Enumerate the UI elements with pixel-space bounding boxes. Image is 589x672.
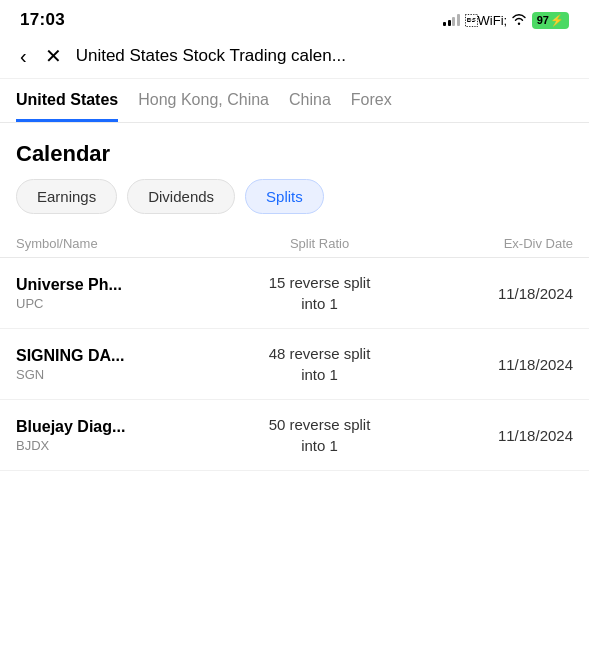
filter-dividends[interactable]: Dividends [127,179,235,214]
symbol-name: Bluejay Diag... [16,418,176,436]
tab-china[interactable]: China [289,91,331,122]
symbol-ticker: SGN [16,367,176,382]
col-header-ratio: Split Ratio [176,236,463,251]
table-header: Symbol/Name Split Ratio Ex-Div Date [0,230,589,258]
close-button[interactable]: ✕ [41,44,66,68]
status-icons: WiFi; 97 ⚡ [443,12,569,29]
back-button[interactable]: ‹ [16,44,31,68]
filter-splits[interactable]: Splits [245,179,324,214]
ratio-block: 48 reverse splitinto 1 [176,343,463,385]
ratio-block: 50 reverse splitinto 1 [176,414,463,456]
symbol-ticker: UPC [16,296,176,311]
symbol-block: Universe Ph... UPC [16,276,176,311]
table-row[interactable]: Bluejay Diag... BJDX 50 reverse splitint… [0,400,589,471]
table-body: Universe Ph... UPC 15 reverse splitinto … [0,258,589,471]
section-title: Calendar [0,123,589,179]
col-header-date: Ex-Div Date [463,236,573,251]
col-header-symbol: Symbol/Name [16,236,176,251]
symbol-ticker: BJDX [16,438,176,453]
filter-earnings[interactable]: Earnings [16,179,117,214]
symbol-block: Bluejay Diag... BJDX [16,418,176,453]
battery-bolt: ⚡ [550,14,564,27]
wifi-icon: WiFi; [465,13,527,28]
tab-forex[interactable]: Forex [351,91,392,122]
battery-badge: 97 ⚡ [532,12,569,29]
country-tabs: United States Hong Kong, China China For… [0,79,589,123]
signal-icon [443,14,460,26]
status-time: 17:03 [20,10,65,30]
symbol-name: SIGNING DA... [16,347,176,365]
date-block: 11/18/2024 [463,356,573,373]
filter-row: Earnings Dividends Splits [0,179,589,230]
nav-title: United States Stock Trading calen... [76,46,573,66]
date-block: 11/18/2024 [463,427,573,444]
symbol-block: SIGNING DA... SGN [16,347,176,382]
ratio-block: 15 reverse splitinto 1 [176,272,463,314]
tab-united-states[interactable]: United States [16,91,118,122]
battery-level: 97 [537,14,549,26]
table-row[interactable]: SIGNING DA... SGN 48 reverse splitinto 1… [0,329,589,400]
table-row[interactable]: Universe Ph... UPC 15 reverse splitinto … [0,258,589,329]
tab-hong-kong[interactable]: Hong Kong, China [138,91,269,122]
nav-bar: ‹ ✕ United States Stock Trading calen... [0,36,589,79]
status-bar: 17:03 WiFi; 97 ⚡ [0,0,589,36]
symbol-name: Universe Ph... [16,276,176,294]
date-block: 11/18/2024 [463,285,573,302]
